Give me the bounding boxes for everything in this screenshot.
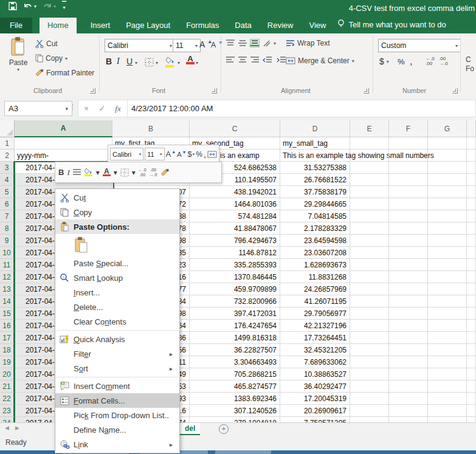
font-color-dropdown-icon[interactable]: ▾: [196, 60, 198, 66]
customize-qat-icon[interactable]: ▔▾: [62, 3, 66, 9]
grid-cell[interactable]: [467, 344, 476, 356]
grid-cell[interactable]: [467, 210, 476, 222]
grid-cell[interactable]: [467, 332, 476, 344]
grid-cell[interactable]: [467, 137, 476, 150]
grid-cell-G2[interactable]: [428, 150, 467, 162]
fill-color-dropdown-icon[interactable]: ▾: [96, 168, 100, 177]
currency-button[interactable]: $▾: [379, 57, 389, 66]
grid-cell-F4[interactable]: [389, 174, 428, 186]
grid-cell-D5[interactable]: 37.75838179: [280, 186, 350, 198]
grid-cell-C23[interactable]: 307.1240526: [190, 405, 280, 417]
grid-cell-D12[interactable]: 11.8831268: [280, 271, 350, 283]
grid-cell[interactable]: [467, 150, 476, 162]
grid-cell-D8[interactable]: 2.178283329: [280, 222, 350, 235]
chevron-down-icon[interactable]: ▾: [191, 43, 198, 49]
grid-cell-D7[interactable]: 7.04814585: [280, 210, 350, 222]
grid-cell-D19[interactable]: 7.689633062: [280, 356, 350, 368]
grid-cell[interactable]: [467, 320, 476, 332]
grid-cell-F17[interactable]: [389, 332, 428, 344]
row-header-7[interactable]: 7: [0, 210, 15, 222]
italic-icon[interactable]: I: [67, 168, 69, 177]
grid-cell-F9[interactable]: [389, 235, 428, 247]
grid-cell[interactable]: [467, 405, 476, 417]
menu-item-sort[interactable]: Sort▸: [55, 361, 179, 376]
menu-item-delete[interactable]: Delete...: [55, 300, 179, 314]
font-color-dropdown-icon[interactable]: ▾: [114, 168, 117, 177]
paste-option-keep-source[interactable]: [55, 234, 179, 256]
row-header-20[interactable]: 20: [0, 368, 15, 380]
paste-dropdown-icon[interactable]: ▾: [5, 67, 32, 72]
top-align-icon[interactable]: [226, 40, 235, 47]
grid-cell-G15[interactable]: [428, 308, 467, 320]
align-icon[interactable]: [73, 169, 81, 176]
grid-cell-F23[interactable]: [389, 405, 428, 417]
column-header-A[interactable]: A: [15, 120, 112, 137]
grid-cell-F3[interactable]: [389, 162, 428, 174]
grid-cell[interactable]: [467, 186, 476, 198]
row-header-16[interactable]: 16: [0, 320, 15, 332]
grid-cell-D18[interactable]: 32.45321205: [280, 344, 350, 356]
menu-item-define-name[interactable]: Define Name...: [55, 422, 179, 437]
column-header-E[interactable]: E: [350, 120, 389, 137]
row-header-23[interactable]: 23: [0, 405, 15, 417]
grid-cell-F21[interactable]: [389, 380, 428, 393]
bold-button[interactable]: B: [106, 57, 112, 66]
increase-decimal-button[interactable]: ←.0.00: [426, 57, 435, 66]
grid-cell-E23[interactable]: [350, 405, 389, 417]
grid-cell-D4[interactable]: 26.76681522: [280, 174, 350, 186]
enter-icon[interactable]: ✓: [94, 104, 110, 113]
row-header-4[interactable]: 4: [0, 174, 15, 186]
decrease-decimal-icon[interactable]: .00→.0: [150, 168, 157, 177]
grid-cell-E5[interactable]: [350, 186, 389, 198]
grid-cell-E2[interactable]: [350, 150, 389, 162]
grid-cell-C13[interactable]: 459.9709899: [190, 283, 280, 295]
font-size-combo[interactable]: 11▾: [173, 39, 201, 52]
grid-cell-C6[interactable]: 1464.801036: [190, 198, 280, 210]
column-header-partial[interactable]: [467, 120, 476, 137]
grid-cell-C21[interactable]: 465.8274577: [190, 380, 280, 393]
cut-button[interactable]: Cut: [35, 40, 58, 48]
grid-cell[interactable]: [467, 247, 476, 259]
grid-cell-F8[interactable]: [389, 222, 428, 235]
increase-indent-icon[interactable]: [277, 57, 286, 64]
grid-cell-D15[interactable]: 29.79056977: [280, 308, 350, 320]
grid-cell-G23[interactable]: [428, 405, 467, 417]
grid-cell-C19[interactable]: 3.304663493: [190, 356, 280, 368]
grid-cell-C14[interactable]: 732.8200966: [190, 295, 280, 308]
grid-cell-E17[interactable]: [350, 332, 389, 344]
column-header-G[interactable]: G: [428, 120, 467, 137]
grid-cell-D1[interactable]: my_small_tag: [280, 137, 350, 150]
grid-cell-G3[interactable]: [428, 162, 467, 174]
tell-me-box[interactable]: Tell me what you want to do: [334, 16, 452, 33]
grid-cell-F19[interactable]: [389, 356, 428, 368]
grid-cell-G22[interactable]: [428, 393, 467, 405]
grid-cell-F13[interactable]: [389, 283, 428, 295]
row-header-5[interactable]: 5: [0, 186, 15, 198]
grid-cell-G10[interactable]: [428, 247, 467, 259]
borders-dropdown-icon[interactable]: ▾: [132, 168, 136, 177]
increase-decimal-icon[interactable]: ←.0.00: [139, 168, 147, 177]
grid-cell-E18[interactable]: [350, 344, 389, 356]
grid-cell-A1[interactable]: [15, 137, 112, 150]
number-format-combo[interactable]: Custom▾: [378, 39, 461, 52]
grid-cell-D22[interactable]: 17.20045319: [280, 393, 350, 405]
font-color-icon[interactable]: A: [103, 168, 111, 176]
bottom-align-icon[interactable]: [250, 40, 259, 47]
grid-cell[interactable]: [467, 283, 476, 295]
font-color-button[interactable]: A: [186, 55, 195, 64]
grid-cell-E4[interactable]: [350, 174, 389, 186]
grid-cell-D9[interactable]: 23.64594598: [280, 235, 350, 247]
copy-dropdown-icon[interactable]: ▾: [65, 56, 67, 61]
row-header-11[interactable]: 11: [0, 259, 15, 271]
percent-icon[interactable]: %: [196, 150, 202, 159]
middle-align-icon[interactable]: [238, 40, 247, 47]
grid-cell-F5[interactable]: [389, 186, 428, 198]
align-left-icon[interactable]: [226, 57, 235, 64]
grid-cell-E9[interactable]: [350, 235, 389, 247]
menu-item-clear-contents[interactable]: Clear Contents: [55, 314, 179, 329]
menu-item-insert-comment[interactable]: Insert Comment: [55, 379, 179, 393]
next-sheet-icon[interactable]: ▶: [15, 425, 26, 431]
menu-item-quick-analysis[interactable]: Quick Analysis: [55, 332, 179, 346]
menu-item-copy[interactable]: Copy: [55, 205, 179, 219]
menu-item-cut[interactable]: Cut: [55, 190, 179, 205]
